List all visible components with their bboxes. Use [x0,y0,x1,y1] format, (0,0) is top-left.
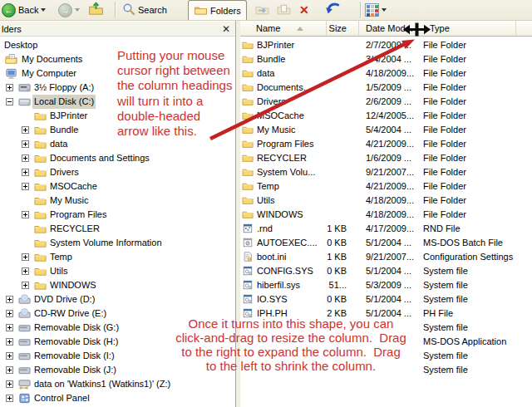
file-row[interactable]: BJPrinter 2/7/2009 ... File Folder [240,38,532,52]
file-name[interactable]: Program Files [257,139,313,149]
tree-item-label[interactable]: Bundle [48,123,80,137]
column-header-type[interactable]: Type [420,21,515,36]
tree-item-label[interactable]: My Computer [20,66,78,81]
tree-item-label[interactable]: CD-RW Drive (E:) [32,306,108,321]
up-button[interactable] [88,0,104,20]
tree-item[interactable]: Temp [0,250,235,264]
file-name[interactable]: WINDOWS [257,209,303,219]
file-name[interactable]: boot.ini [257,252,286,262]
tree-item-label[interactable]: Desktop [2,38,39,52]
back-dropdown-caret[interactable] [41,8,46,12]
tree-item[interactable]: Control Panel [0,391,235,405]
tree-item-label[interactable]: 3½ Floppy (A:) [32,81,96,95]
expand-toggle[interactable] [6,395,13,402]
tree-item-label[interactable]: DVD Drive (D:) [32,292,96,306]
file-row[interactable]: RECYCLER 1/6/2009 ... File Folder [240,151,532,165]
file-name[interactable]: BJPrinter [257,40,294,50]
tree-item-label[interactable]: data on 'Watkins1 (Watkins1)' (Z:) [32,377,172,391]
expand-toggle[interactable] [6,380,13,388]
tree-item-label[interactable]: My Documents [20,52,84,66]
tree-item[interactable]: DVD Drive (D:) [0,292,235,306]
tree-item[interactable]: RECYCLER [0,222,235,236]
expand-toggle[interactable] [6,324,13,331]
forward-button[interactable]: → [58,0,80,20]
file-name[interactable]: My Music [257,125,295,135]
file-row[interactable]: System Volu... 9/21/2007... File Folder [240,165,532,179]
file-name[interactable]: Drivers [257,96,286,106]
file-name[interactable]: .rnd [257,223,273,233]
file-name[interactable]: hiberfil.sys [257,280,300,290]
expand-toggle[interactable] [6,366,13,374]
tree-item[interactable]: My Music [0,194,235,208]
file-row[interactable]: Program Files 4/21/2009... File Folder [240,137,532,151]
file-row[interactable]: Drivers 2/6/2009 ... File Folder [240,95,532,109]
expand-toggle[interactable] [22,253,29,261]
expand-toggle[interactable] [22,140,29,148]
search-button[interactable]: Search [122,0,167,20]
tree-item[interactable]: data [0,137,235,151]
file-row[interactable]: Documents... 1/5/2009 ... File Folder [240,81,532,95]
tree-item[interactable]: Program Files [0,208,235,222]
tree-item-label[interactable]: RECYCLER [48,222,101,236]
column-header-size[interactable]: Size [327,21,359,36]
file-name[interactable]: data [257,68,274,78]
file-name[interactable]: MSOCache [257,110,304,120]
tree-item-label[interactable]: Drivers [48,165,81,179]
expand-toggle[interactable] [6,296,13,303]
expand-toggle[interactable] [6,352,13,360]
tree-item-label[interactable]: Removable Disk (H:) [32,335,120,349]
tree-item[interactable]: Drivers [0,165,235,179]
file-row[interactable]: AUTOEXEC.... 0 KB 5/1/2004 ... MS-DOS Ba… [240,236,532,250]
tree-item-label[interactable]: Documents and Settings [48,151,151,165]
close-folders-pane-icon[interactable]: ✕ [222,24,230,34]
tree-item-label[interactable]: Utils [48,264,69,278]
file-row[interactable]: Utils 4/18/2009... File Folder [240,194,532,208]
file-row[interactable]: My Music 5/4/2004 ... File Folder [240,123,532,137]
tree-item-label[interactable]: data [48,137,69,151]
tree-item-label[interactable]: Control Panel [32,391,91,405]
tree-item-label[interactable]: Temp [48,250,74,264]
tree-item-label[interactable]: My Music [48,194,90,208]
tree-item[interactable]: Documents and Settings [0,151,235,165]
expand-toggle[interactable] [6,98,13,105]
tree-item[interactable]: data on 'Watkins1 (Watkins1)' (Z:) [0,377,235,391]
file-row[interactable]: MSOCache 12/4/2005... File Folder [240,109,532,123]
tree-item-label[interactable]: Removable Disk (G:) [32,321,121,335]
file-row[interactable]: IO.SYS 0 KB 5/1/2004 ... System file [240,292,532,306]
expand-toggle[interactable] [22,267,29,275]
column-header-name[interactable]: Name [240,21,327,36]
views-dropdown-caret[interactable] [382,8,387,12]
back-button[interactable]: ← Back [2,0,46,20]
tree-item[interactable]: Utils [0,264,235,278]
expand-toggle[interactable] [6,310,13,317]
file-row[interactable]: Temp 4/21/2009... File Folder [240,179,532,194]
file-name[interactable]: RECYCLER [257,153,307,163]
tree-item-label[interactable]: Removable Disk (I:) [32,349,116,363]
tree-item[interactable]: MSOCache [0,179,235,194]
views-button[interactable] [365,0,387,20]
file-row[interactable]: Bundle 3/4/2004 ... File Folder [240,52,532,66]
file-name[interactable]: AUTOEXEC.... [257,238,318,248]
expand-toggle[interactable] [22,282,29,289]
move-to-button[interactable] [254,0,270,20]
file-row[interactable]: hiberfil.sys 51... 5/3/2009 ... System f… [240,278,532,292]
delete-button[interactable]: ✕ [299,0,309,20]
file-name[interactable]: Utils [257,195,274,205]
folders-button[interactable]: Folders [188,0,247,20]
tree-item-label[interactable]: BJPrinter [48,109,89,123]
file-name[interactable]: Documents... [257,82,311,92]
expand-toggle[interactable] [6,338,13,346]
file-name[interactable]: IO.SYS [257,294,288,304]
tree-item[interactable]: WINDOWS [0,278,235,292]
file-name[interactable]: System Volu... [257,167,315,177]
tree-item-label[interactable]: Local Disk (C:) [32,95,96,109]
tree-item[interactable]: System Volume Information [0,236,235,250]
forward-dropdown-caret[interactable] [75,8,80,12]
copy-to-button[interactable] [276,0,292,20]
expand-toggle[interactable] [6,84,13,91]
file-row[interactable]: .rnd 1 KB 4/17/2009... RND File [240,222,532,236]
file-name[interactable]: Bundle [257,54,285,64]
file-row[interactable]: WINDOWS 4/18/2009... File Folder [240,208,532,222]
file-row[interactable]: CONFIG.SYS 0 KB 5/1/2004 ... System file [240,264,532,278]
tree-item-label[interactable]: WINDOWS [48,278,98,292]
